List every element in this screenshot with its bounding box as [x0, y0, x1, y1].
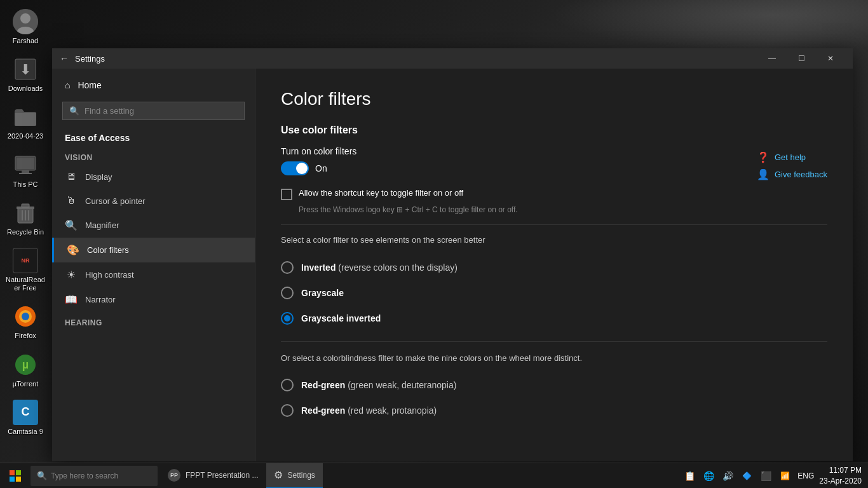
svg-rect-6: [17, 158, 34, 169]
sidebar-item-magnifier[interactable]: 🔍 Magnifier: [52, 213, 255, 238]
help-panel: ❓ Get help 👤 Give feedback: [757, 151, 827, 180]
get-help-icon: ❓: [757, 151, 770, 163]
radio-red-green-deut[interactable]: Red-green (green weak, deuteranopia): [281, 372, 827, 398]
taskbar-tray-icons: 📋 🌐 🔊 🔷 ⬛ 📶: [682, 468, 792, 484]
toggle-switch[interactable]: [281, 161, 309, 175]
desktop-icon-utorrent[interactable]: µ µTorrent: [3, 349, 48, 391]
page-title: Color filters: [281, 89, 827, 109]
naturalreader-label: NaturalReader Free: [6, 276, 45, 292]
desktop-icon-firefox[interactable]: Firefox: [3, 301, 48, 342]
taskbar-date-value: 23-Apr-2020: [819, 476, 862, 487]
tray-icon-bluetooth[interactable]: 🔷: [739, 468, 754, 484]
tray-icon-network[interactable]: 🌐: [701, 468, 716, 484]
svg-text:⬇: ⬇: [20, 62, 31, 78]
svg-rect-23: [16, 477, 21, 482]
radio-inverted-circle: [281, 261, 294, 274]
maximize-button[interactable]: ☐: [787, 48, 816, 69]
svg-point-17: [22, 313, 29, 320]
taskbar-search-icon: 🔍: [37, 471, 47, 480]
tray-icon-clipboard[interactable]: 📋: [682, 468, 697, 484]
radio-red-green-prot[interactable]: Red-green (red weak, protanopia): [281, 398, 827, 423]
sidebar-search[interactable]: 🔍: [62, 102, 245, 120]
desktop-icons: Farshad ⬇ Downloads 2020-04-23: [0, 0, 51, 445]
radio-inverted-label: Inverted (reverse colors on the display): [301, 262, 458, 273]
display-label: Display: [85, 172, 112, 182]
radio-grayscale-inverted[interactable]: Grayscale inverted: [281, 306, 827, 331]
taskbar-search-placeholder: Type here to search: [51, 471, 118, 480]
tray-icon-battery[interactable]: ⬛: [758, 468, 773, 484]
cursor-icon: 🖱: [65, 195, 78, 207]
recycle-bin-icon: [13, 200, 38, 226]
taskbar: 🔍 Type here to search PP FPPT Presentati…: [0, 463, 868, 488]
desktop-icon-naturalreader[interactable]: NR NaturalReader Free: [3, 245, 48, 295]
radio-red-green-deut-circle: [281, 379, 294, 391]
give-feedback-icon: 👤: [757, 168, 770, 180]
taskbar-time-value: 11:07 PM: [819, 465, 862, 476]
camtasia-label: Camtasia 9: [8, 428, 43, 436]
sidebar-item-color-filters[interactable]: 🎨 Color filters: [52, 238, 255, 262]
radio-red-green-prot-circle: [281, 404, 294, 417]
sidebar-section-title: Ease of Access: [52, 125, 255, 147]
get-help-link[interactable]: ❓ Get help: [757, 151, 827, 163]
sidebar-item-cursor[interactable]: 🖱 Cursor & pointer: [52, 189, 255, 213]
radio-grayscale-inverted-dot: [284, 315, 290, 322]
settings-window: ← Settings — ☐ ✕ ⌂ Home 🔍: [52, 48, 853, 461]
fppt-app-label: FPPT Presentation ...: [186, 471, 259, 480]
radio-grayscale[interactable]: Grayscale: [281, 280, 827, 306]
shortcut-checkbox[interactable]: [281, 189, 292, 200]
desktop-bg-smudge: [550, 0, 868, 51]
taskbar-time[interactable]: 11:07 PM 23-Apr-2020: [819, 465, 862, 487]
magnifier-icon: 🔍: [65, 219, 78, 231]
title-bar: ← Settings — ☐ ✕: [52, 48, 853, 69]
fppt-app-icon: PP: [168, 469, 180, 482]
sidebar-item-high-contrast[interactable]: ☀ High contrast: [52, 262, 255, 287]
taskbar-language[interactable]: ENG: [797, 471, 814, 480]
give-feedback-link[interactable]: 👤 Give feedback: [757, 168, 827, 180]
content-divider-1: [281, 224, 827, 225]
sidebar-category-hearing: Hearing: [52, 312, 255, 330]
start-button[interactable]: [0, 463, 31, 489]
folder-date-label: 2020-04-23: [8, 132, 43, 140]
title-bar-controls: — ☐ ✕: [757, 48, 845, 69]
cursor-label: Cursor & pointer: [85, 196, 146, 206]
sidebar-item-display[interactable]: 🖥 Display: [52, 165, 255, 189]
search-input[interactable]: [85, 106, 238, 116]
tray-icon-wifi[interactable]: 📶: [777, 468, 792, 484]
sidebar-item-home[interactable]: ⌂ Home: [52, 74, 255, 97]
use-filters-section-title: Use color filters: [281, 125, 827, 136]
taskbar-app-fppt[interactable]: PP FPPT Presentation ...: [160, 463, 266, 489]
tray-icon-volume[interactable]: 🔊: [720, 468, 735, 484]
folder-date-icon: [13, 104, 38, 130]
window-body: ⌂ Home 🔍 Ease of Access Vision 🖥 Display: [52, 69, 853, 461]
svg-point-1: [20, 13, 31, 24]
close-button[interactable]: ✕: [816, 48, 845, 69]
minimize-button[interactable]: —: [757, 48, 787, 69]
desktop: Farshad ⬇ Downloads 2020-04-23: [0, 0, 868, 488]
back-button[interactable]: ←: [60, 53, 69, 64]
get-help-label: Get help: [775, 152, 806, 162]
svg-rect-8: [19, 173, 32, 174]
taskbar-app-settings[interactable]: ⚙ Settings: [266, 463, 323, 489]
svg-rect-7: [22, 170, 29, 173]
desktop-icon-farshad[interactable]: Farshad: [3, 6, 48, 48]
radio-grayscale-inverted-label: Grayscale inverted: [301, 313, 381, 323]
settings-app-icon: ⚙: [274, 469, 283, 481]
desktop-icon-camtasia[interactable]: C Camtasia 9: [3, 397, 48, 438]
radio-red-green-prot-label: Red-green (red weak, protanopia): [301, 405, 437, 416]
taskbar-right: 📋 🌐 🔊 🔷 ⬛ 📶 ENG 11:07 PM 23-Apr-2020: [682, 465, 868, 487]
firefox-icon: [13, 304, 38, 329]
sidebar-item-narrator[interactable]: 📖 Narrator: [52, 287, 255, 312]
this-pc-icon: [13, 152, 38, 178]
taskbar-search[interactable]: 🔍 Type here to search: [31, 466, 158, 486]
toggle-row: Turn on color filters On: [281, 146, 827, 175]
radio-inverted[interactable]: Inverted (reverse colors on the display): [281, 255, 827, 280]
desktop-icon-downloads[interactable]: ⬇ Downloads: [3, 54, 48, 95]
colorblind-label: Or select a colorblindness filter to mak…: [281, 352, 827, 365]
svg-rect-22: [10, 477, 15, 482]
desktop-icon-recycle-bin[interactable]: Recycle Bin: [3, 198, 48, 239]
home-label: Home: [78, 80, 101, 90]
settings-app-label: Settings: [288, 471, 315, 480]
desktop-icon-this-pc[interactable]: This PC: [3, 150, 48, 191]
utorrent-icon: µ: [13, 352, 38, 377]
desktop-icon-folder-date[interactable]: 2020-04-23: [3, 102, 48, 143]
